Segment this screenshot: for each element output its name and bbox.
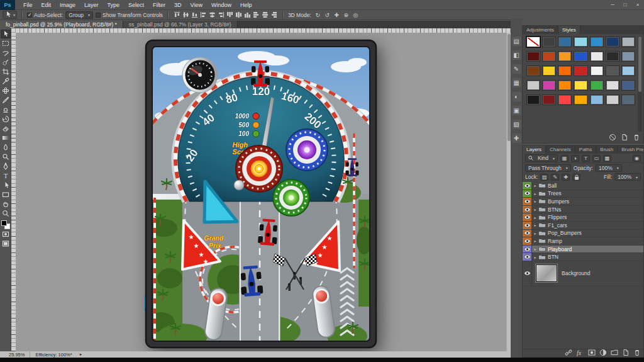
filter-adjustment-icon[interactable]: ◑ [571, 155, 579, 162]
gradient-tool[interactable] [1, 133, 11, 142]
clone-stamp-tool[interactable] [1, 105, 11, 114]
eraser-tool[interactable] [1, 124, 11, 133]
auto-select-checkbox[interactable]: Auto-Select: [27, 12, 63, 18]
layer-row-trees[interactable]: ▸Trees [523, 190, 643, 198]
style-swatch-33[interactable] [590, 94, 604, 105]
layer-visibility-toggle[interactable] [523, 198, 532, 205]
delete-style-icon[interactable] [633, 132, 640, 144]
collapsed-panel-icon-4[interactable]: ▦ [512, 78, 521, 88]
layer-visibility-toggle[interactable] [523, 246, 532, 253]
align-right-edges-icon[interactable] [217, 11, 225, 19]
style-swatch-27[interactable] [606, 80, 619, 91]
layer-row-f1_cars[interactable]: ▸F1_cars [523, 222, 643, 230]
style-swatch-20[interactable] [606, 65, 619, 76]
history-brush-tool[interactable] [1, 115, 11, 123]
show-transform-checkbox[interactable]: Show Transform Controls [96, 12, 163, 18]
layer-visibility-toggle[interactable] [523, 190, 532, 198]
style-swatch-28[interactable] [621, 80, 635, 91]
distribute-left-icon[interactable] [252, 11, 260, 19]
style-swatch-25[interactable] [574, 80, 587, 91]
style-swatch-1[interactable] [526, 37, 540, 47]
style-swatch-2[interactable] [542, 37, 556, 47]
new-style-icon[interactable] [621, 132, 628, 144]
layer-visibility-toggle[interactable] [523, 206, 532, 213]
collapsed-panel-icon-8[interactable]: ✚ [512, 133, 521, 143]
eyedropper-tool[interactable] [1, 77, 11, 86]
shape-tool[interactable] [1, 190, 11, 199]
move-tool[interactable] [1, 30, 11, 38]
menu-item-help[interactable]: Help [236, 0, 257, 10]
dodge-tool[interactable] [1, 152, 11, 161]
3d-roll-icon[interactable]: ↺ [323, 11, 331, 19]
style-swatch-23[interactable] [542, 80, 556, 91]
lock-all-icon[interactable] [572, 174, 580, 181]
menu-item-filter[interactable]: Filter [148, 0, 170, 10]
align-top-edges-icon[interactable] [173, 11, 181, 19]
collapsed-panel-icon-3[interactable]: ✎ [512, 64, 521, 74]
quick-mask-button[interactable] [1, 230, 11, 239]
distribute-vcenter-icon[interactable] [235, 11, 243, 19]
maximize-button[interactable]: □ [619, 0, 631, 10]
style-swatch-30[interactable] [542, 94, 556, 105]
style-swatch-35[interactable] [621, 94, 635, 105]
style-swatch-15[interactable] [526, 65, 540, 76]
layer-row-btn[interactable]: ▸BTN [523, 253, 643, 261]
status-flyout-arrow[interactable]: ▸ [80, 352, 82, 357]
blend-mode-dropdown[interactable]: Pass Through ▾ [525, 164, 571, 172]
filter-toggle-icon[interactable]: ◉ [633, 155, 641, 162]
filter-kind-dropdown[interactable]: Kind ▾ [525, 154, 558, 162]
style-swatch-21[interactable] [621, 65, 635, 76]
style-swatch-32[interactable] [574, 94, 587, 105]
layer-row-playboard[interactable]: ▸Playboard [523, 246, 643, 254]
style-swatch-19[interactable] [590, 65, 604, 76]
document-tab-fo-pinball[interactable]: fo_pinball.psd @ 25.9% (Playboard, RGB/8… [0, 21, 123, 28]
tab-layers[interactable]: Layers [523, 145, 546, 154]
collapsed-panel-icon-6[interactable]: ▣ [512, 106, 521, 115]
collapsed-panel-icon-1[interactable]: ▤ [512, 37, 521, 46]
layer-row-pop_bumpers[interactable]: ▸Pop_Bumpers [523, 230, 643, 238]
layer-visibility-toggle[interactable] [523, 182, 532, 189]
tab-styles[interactable]: Styles [558, 26, 580, 34]
layer-thumbnail[interactable] [536, 264, 557, 282]
menu-item-select[interactable]: Select [124, 0, 148, 10]
layer-row-ramp[interactable]: ▸Ramp [523, 237, 643, 246]
ruler-horizontal[interactable] [11, 28, 511, 33]
quick-selection-tool[interactable] [1, 58, 11, 67]
style-swatch-31[interactable] [558, 94, 572, 105]
foreground-background-colors[interactable] [1, 220, 10, 229]
healing-brush-tool[interactable] [1, 86, 11, 95]
lasso-tool[interactable] [1, 48, 11, 57]
tab-brush-presets[interactable]: Brush Presets [618, 145, 643, 154]
hand-tool[interactable] [1, 200, 11, 208]
menu-item-type[interactable]: Type [103, 0, 125, 10]
menu-item-file[interactable]: File [19, 0, 37, 10]
layer-visibility-toggle[interactable] [523, 261, 532, 286]
tool-preset-picker[interactable]: ▾ [3, 11, 17, 19]
menu-item-layer[interactable]: Layer [80, 0, 103, 10]
minimize-button[interactable]: ─ [606, 0, 619, 10]
filter-pixel-icon[interactable]: ▦ [560, 155, 569, 162]
fill-dropdown[interactable]: 100% ▾ [614, 173, 641, 181]
tab-adjustments[interactable]: Adjustments [523, 26, 558, 34]
style-swatch-22[interactable] [526, 80, 540, 91]
auto-select-scope-dropdown[interactable]: Group ▾ [65, 11, 93, 19]
group-expand-arrow[interactable]: ▸ [532, 191, 538, 196]
style-swatch-7[interactable] [621, 37, 635, 47]
menu-item-view[interactable]: View [186, 0, 207, 10]
marquee-tool[interactable] [1, 39, 11, 48]
distribute-right-icon[interactable] [270, 11, 278, 19]
style-swatch-12[interactable] [590, 51, 604, 62]
3d-orbit-icon[interactable]: ↻ [314, 11, 322, 19]
menu-item-image[interactable]: Image [55, 0, 80, 10]
opacity-dropdown[interactable]: 100% ▾ [596, 164, 622, 172]
tab-paths[interactable]: Paths [575, 145, 596, 154]
style-swatch-6[interactable] [606, 37, 619, 47]
scrollbar-thumb[interactable] [638, 37, 641, 92]
menu-item-3d[interactable]: 3D [170, 0, 186, 10]
lock-transparency-icon[interactable]: ▨ [540, 174, 548, 181]
vertical-scrollbar[interactable] [506, 33, 511, 351]
layer-row-background[interactable]: Background [523, 261, 643, 286]
group-expand-arrow[interactable]: ▸ [532, 215, 538, 220]
type-tool[interactable]: T [1, 171, 11, 180]
3d-pan-icon[interactable]: ✚ [333, 11, 341, 19]
